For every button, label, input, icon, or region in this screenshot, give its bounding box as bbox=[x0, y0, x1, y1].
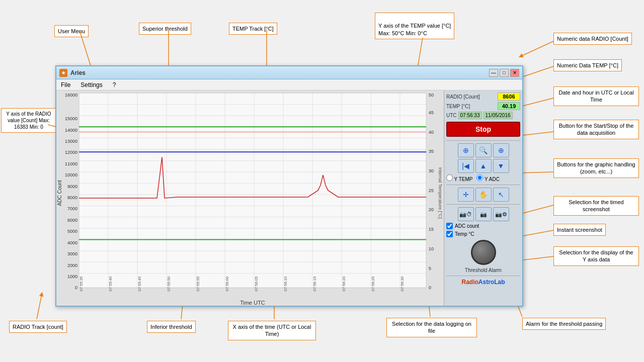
annotation-start-stop: Button for the Start/Stop of the data ac… bbox=[553, 120, 639, 139]
maximize-button[interactable]: □ bbox=[500, 69, 509, 77]
chart-area: 0 1000 2000 3000 4000 5000 6000 7000 800… bbox=[56, 90, 444, 306]
select-buttons-row: ✛ ✋ ↖ bbox=[446, 188, 520, 202]
scroll-up-button[interactable]: ▲ bbox=[475, 159, 492, 173]
utc-label: UTC bbox=[446, 113, 457, 118]
utc-time: 07:56:33 bbox=[458, 112, 482, 119]
annotation-user-menu: User Menu bbox=[54, 25, 89, 37]
svg-text:ADC Count: ADC Count bbox=[57, 180, 62, 206]
svg-line-3 bbox=[418, 38, 423, 68]
annotation-temp-track: TEMP Track [°C] bbox=[229, 23, 277, 35]
annotation-numeric-temp: Numeric Data TEMP [°C] bbox=[553, 59, 622, 71]
menu-settings[interactable]: Settings bbox=[79, 81, 104, 89]
svg-text:07:56:20: 07:56:20 bbox=[342, 277, 346, 292]
annotation-inferior-threshold: Inferior threshold bbox=[147, 321, 196, 333]
svg-rect-19 bbox=[79, 93, 426, 288]
cursor-button[interactable]: ↖ bbox=[493, 188, 509, 202]
annotation-superior-threshold: Superior threshold bbox=[139, 23, 191, 35]
zoom-fit-button[interactable]: ⊕ bbox=[458, 143, 474, 157]
svg-text:2000: 2000 bbox=[67, 262, 77, 267]
brand-label: RadioAstroLab bbox=[446, 279, 520, 286]
svg-text:07:56:30: 07:56:30 bbox=[400, 277, 405, 292]
app-icon: ★ bbox=[59, 69, 67, 77]
radio-label: RADIO [Count] bbox=[446, 94, 480, 100]
annotation-timed-screenshot: Selection for the timed screenshot bbox=[553, 196, 639, 216]
goto-start-button[interactable]: |◀ bbox=[458, 159, 474, 173]
svg-text:07:55:55: 07:55:55 bbox=[196, 277, 200, 292]
svg-text:10: 10 bbox=[429, 246, 434, 251]
stop-button[interactable]: Stop bbox=[446, 122, 520, 137]
y-temp-radio[interactable] bbox=[446, 174, 453, 181]
menu-file[interactable]: File bbox=[59, 81, 72, 89]
svg-line-4 bbox=[521, 41, 553, 56]
svg-text:07:55:45: 07:55:45 bbox=[137, 277, 142, 292]
annotation-numeric-radio: Numeric data RADIO [Count] bbox=[553, 33, 632, 45]
instant-screenshot-button[interactable]: 📷 bbox=[475, 207, 492, 221]
right-panel: RADIO [Count] 8606 TEMP [°C] 40.19 UTC 0… bbox=[444, 90, 522, 306]
svg-text:3000: 3000 bbox=[67, 251, 77, 256]
svg-line-8 bbox=[518, 172, 553, 173]
threshold-alarm-knob[interactable] bbox=[471, 240, 496, 265]
temp-value: 40.19 bbox=[498, 102, 520, 110]
hand-button[interactable]: ✋ bbox=[475, 188, 492, 202]
temp-checkbox[interactable] bbox=[446, 231, 453, 237]
y-adc-radio[interactable] bbox=[476, 174, 483, 181]
svg-line-10 bbox=[521, 230, 553, 236]
svg-line-11 bbox=[519, 256, 553, 260]
utc-row: UTC 07:56:33 11/05/2016 bbox=[446, 112, 520, 119]
annotation-radio-track: RADIO Track [count] bbox=[9, 321, 67, 333]
menu-help[interactable]: ? bbox=[111, 81, 118, 89]
app-window: ★ Aries — □ ✕ File Settings ? bbox=[55, 65, 523, 307]
y-adc-radio-label[interactable]: Y ADC bbox=[476, 174, 499, 182]
annotation-graphic-buttons: Buttons for the graphic handling (zoom, … bbox=[553, 158, 639, 178]
svg-text:11000: 11000 bbox=[65, 161, 77, 166]
svg-text:14000: 14000 bbox=[65, 127, 77, 132]
radio-value: 8606 bbox=[498, 93, 520, 101]
svg-line-5 bbox=[521, 66, 553, 77]
annotation-display-y-axis: Selection for the display of the Y axis … bbox=[553, 246, 639, 266]
svg-line-7 bbox=[518, 132, 553, 136]
zoom-out-button[interactable]: 🔍 bbox=[475, 143, 492, 157]
svg-text:07:56:10: 07:56:10 bbox=[283, 277, 288, 292]
svg-line-13 bbox=[37, 294, 42, 319]
minimize-button[interactable]: — bbox=[489, 69, 498, 77]
svg-text:8000: 8000 bbox=[67, 195, 77, 200]
svg-text:07:56:05: 07:56:05 bbox=[254, 277, 259, 292]
title-bar: ★ Aries — □ ✕ bbox=[56, 66, 522, 79]
screenshot-buttons-row: 📷⏱ 📷 📷⚙ bbox=[446, 207, 520, 221]
annotation-instant-screenshot: Instant screenshot bbox=[553, 224, 606, 236]
adc-count-checkbox-row: ADC count bbox=[446, 223, 520, 229]
screenshot-settings-button[interactable]: 📷⚙ bbox=[493, 207, 509, 221]
zoom-in-button[interactable]: ⊕ bbox=[493, 143, 509, 157]
svg-text:9000: 9000 bbox=[67, 184, 77, 189]
svg-text:45: 45 bbox=[429, 110, 434, 115]
svg-text:35: 35 bbox=[429, 149, 434, 154]
scroll-down-button[interactable]: ▼ bbox=[493, 159, 509, 173]
annotation-x-axis-time: X axis of the time (UTC or Local Time) bbox=[228, 321, 316, 340]
temp-checkbox-row: Temp °C bbox=[446, 231, 520, 237]
temp-data-row: TEMP [°C] 40.19 bbox=[446, 102, 520, 110]
adc-count-label: ADC count bbox=[455, 223, 479, 229]
svg-text:0: 0 bbox=[75, 285, 77, 290]
svg-text:07:56:25: 07:56:25 bbox=[371, 277, 375, 292]
close-button[interactable]: ✕ bbox=[510, 69, 519, 77]
svg-text:7000: 7000 bbox=[67, 206, 77, 211]
svg-text:30: 30 bbox=[429, 168, 434, 173]
temp-label: TEMP [°C] bbox=[446, 104, 470, 109]
zoom-buttons-row1: ⊕ 🔍 ⊕ bbox=[446, 143, 520, 157]
svg-text:40: 40 bbox=[429, 130, 434, 135]
crosshair-button[interactable]: ✛ bbox=[458, 188, 474, 202]
svg-text:07:55:35: 07:55:35 bbox=[79, 277, 84, 292]
menu-bar: File Settings ? bbox=[56, 79, 522, 90]
svg-text:07:55:50: 07:55:50 bbox=[167, 277, 171, 292]
separator-4 bbox=[446, 276, 520, 276]
adc-count-checkbox[interactable] bbox=[446, 223, 453, 229]
svg-line-6 bbox=[518, 98, 553, 107]
y-temp-radio-label[interactable]: Y TEMP bbox=[446, 174, 472, 182]
radio-data-row: RADIO [Count] 8606 bbox=[446, 93, 520, 101]
separator-1 bbox=[446, 140, 520, 141]
timed-screenshot-button[interactable]: 📷⏱ bbox=[458, 207, 474, 221]
threshold-alarm-label: Threshold Alarm bbox=[446, 267, 520, 273]
svg-text:0: 0 bbox=[429, 285, 431, 290]
app-title: Aries bbox=[70, 69, 488, 76]
svg-text:07:56:00: 07:56:00 bbox=[225, 277, 229, 292]
